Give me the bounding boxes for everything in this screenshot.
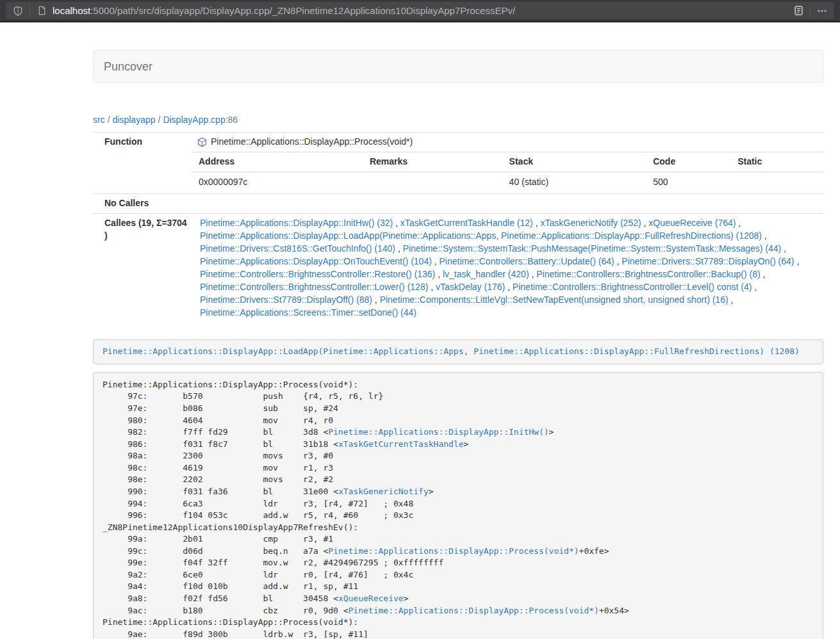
callee-link[interactable]: Pinetime::Drivers::Cst816S::GetTouchInfo… [200, 243, 395, 254]
callee-link[interactable]: Pinetime::Controllers::Battery::Update()… [440, 256, 614, 266]
callee-link[interactable]: Pinetime::Applications::DisplayApp::Init… [200, 218, 393, 228]
shield-icon[interactable] [11, 4, 25, 18]
breadcrumb-separator: / [105, 115, 113, 125]
reader-mode-icon[interactable] [791, 4, 805, 18]
col-remarks: Remarks [363, 152, 503, 172]
asm-symbol-link[interactable]: xTaskGenericNotify [338, 487, 429, 496]
function-label: Function [93, 133, 192, 194]
asm-symbol-link[interactable]: Pinetime::Applications::DisplayApp::Init… [328, 427, 548, 437]
stack-value: 40 (static) [503, 172, 647, 193]
table-row: Callees (19, Σ=3704 ) Pinetime::Applicat… [93, 213, 823, 324]
callee-link[interactable]: lv_task_handler (420) [443, 269, 529, 279]
callee-link[interactable]: Pinetime::Applications::Screens::Timer::… [200, 307, 416, 318]
breadcrumb-file[interactable]: DisplayApp.cpp [163, 115, 225, 125]
code-value: 500 [646, 172, 731, 193]
table-header-row: Address Remarks Stack Code Static [192, 152, 823, 172]
url-bar[interactable]: localhost:5000/path/src/displayapp/Displ… [6, 2, 834, 19]
callee-link[interactable]: Pinetime::Drivers::St7789::DisplayOn() (… [622, 256, 794, 266]
divider [29, 5, 30, 16]
app-navbar: Puncover [93, 50, 823, 83]
callees-label: Callees (19, Σ=3704 ) [93, 213, 192, 324]
callee-link[interactable]: xQueueReceive (764) [648, 218, 736, 228]
breadcrumb: src/displayapp/DisplayApp.cpp:86 [93, 115, 823, 125]
url-path: :5000/path/src/displayapp/DisplayApp.cpp… [90, 5, 515, 16]
breadcrumb-line-number: :86 [226, 115, 238, 125]
breadcrumb-separator: / [156, 115, 163, 125]
url-text[interactable]: localhost:5000/path/src/displayapp/Displ… [53, 5, 791, 16]
callee-link[interactable]: Pinetime::Applications::DisplayApp::OnTo… [200, 256, 432, 266]
col-stack: Stack [503, 152, 647, 172]
table-row: 0x0000097c 40 (static) 500 [192, 172, 823, 193]
symbol-info-table: Function Pinetime::Applications::Display… [93, 132, 823, 325]
col-address: Address [192, 152, 363, 172]
callee-link[interactable]: vTaskDelay (176) [436, 282, 505, 292]
app-title[interactable]: Puncover [104, 60, 152, 73]
address-value: 0x0000097c [192, 172, 363, 193]
assembly-block: Pinetime::Applications::DisplayApp::Proc… [93, 372, 823, 639]
static-value [731, 172, 823, 193]
callee-link[interactable]: Pinetime::Components::LittleVgl::SetNewT… [380, 295, 729, 305]
breadcrumb-src[interactable]: src [93, 115, 105, 125]
divider [810, 5, 811, 16]
page-actions-menu-icon[interactable] [815, 4, 829, 18]
callers-label: No Callers [93, 193, 192, 213]
callees-list: Pinetime::Applications::DisplayApp::Init… [192, 213, 823, 324]
table-row: Function Pinetime::Applications::Display… [93, 133, 823, 152]
callee-link[interactable]: xTaskGenericNotify (252) [540, 218, 641, 228]
table-row: Address Remarks Stack Code Static 0x0000… [93, 152, 823, 193]
page-icon[interactable] [35, 4, 49, 18]
callee-link[interactable]: Pinetime::Controllers::BrightnessControl… [513, 282, 752, 292]
highlighted-symbol-link[interactable]: Pinetime::Applications::DisplayApp::Load… [103, 346, 800, 356]
callee-link[interactable]: Pinetime::Controllers::BrightnessControl… [200, 269, 435, 279]
browser-toolbar: localhost:5000/path/src/displayapp/Displ… [0, 0, 840, 22]
callee-link[interactable]: Pinetime::Applications::DisplayApp::Load… [200, 231, 762, 241]
asm-symbol-link[interactable]: xTaskGetCurrentTaskHandle [338, 439, 464, 449]
asm-symbol-link[interactable]: Pinetime::Applications::DisplayApp::Proc… [349, 606, 599, 615]
remarks-value [363, 172, 503, 193]
function-name: Pinetime::Applications::DisplayApp::Proc… [211, 136, 413, 149]
highlighted-symbol-block: Pinetime::Applications::DisplayApp::Load… [93, 339, 823, 365]
url-host: localhost [53, 5, 90, 16]
col-static: Static [731, 152, 823, 172]
callee-link[interactable]: Pinetime::Controllers::BrightnessControl… [536, 269, 760, 279]
asm-symbol-link[interactable]: Pinetime::Applications::DisplayApp::Proc… [328, 546, 579, 556]
col-code: Code [646, 152, 731, 172]
callee-link[interactable]: Pinetime::Drivers::St7789::DisplayOff() … [200, 295, 372, 305]
asm-symbol-link[interactable]: xQueueReceive [338, 594, 404, 603]
page-content: Puncover src/displayapp/DisplayApp.cpp:8… [93, 22, 823, 639]
callee-link[interactable]: Pinetime::System::SystemTask::PushMessag… [403, 243, 782, 254]
table-row: No Callers [93, 193, 823, 213]
callee-link[interactable]: xTaskGetCurrentTaskHandle (12) [400, 218, 533, 228]
callee-link[interactable]: Pinetime::Controllers::BrightnessControl… [200, 282, 428, 292]
function-stats-table: Address Remarks Stack Code Static 0x0000… [192, 152, 823, 193]
symbol-cube-icon [197, 137, 207, 147]
breadcrumb-displayapp[interactable]: displayapp [113, 115, 156, 125]
